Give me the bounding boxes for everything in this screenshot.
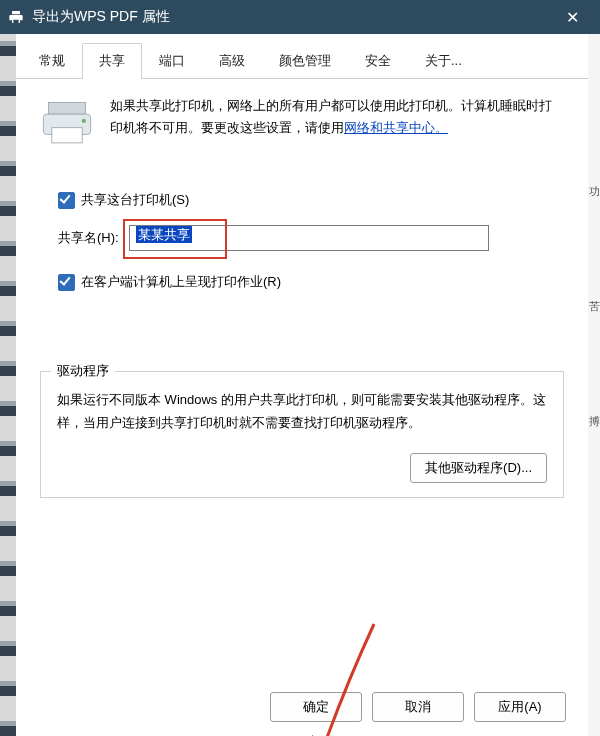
- titlebar[interactable]: 导出为WPS PDF 属性 ✕: [0, 0, 600, 34]
- render-on-client-label: 在客户端计算机上呈现打印作业(R): [81, 273, 281, 291]
- svg-point-2: [82, 119, 86, 123]
- network-center-link[interactable]: 网络和共享中心。: [344, 120, 448, 135]
- cancel-button[interactable]: 取消: [372, 692, 464, 722]
- window-title: 导出为WPS PDF 属性: [32, 8, 552, 26]
- share-name-input[interactable]: 某某共享: [129, 225, 489, 251]
- drivers-groupbox: 驱动程序 如果运行不同版本 Windows 的用户共享此打印机，则可能需要安装其…: [40, 371, 564, 498]
- properties-dialog: 导出为WPS PDF 属性 ✕ 功 苦 搏 常规 共享 端口 高级 颜色管理 安…: [0, 0, 600, 736]
- tab-strip: 常规 共享 端口 高级 颜色管理 安全 关于...: [16, 42, 588, 79]
- drivers-legend: 驱动程序: [51, 362, 115, 380]
- render-on-client-checkbox[interactable]: [58, 274, 75, 291]
- share-printer-label: 共享这台打印机(S): [81, 191, 189, 209]
- dialog-footer: 确定 取消 应用(A): [16, 678, 588, 736]
- svg-rect-3: [52, 128, 82, 143]
- intro-text: 如果共享此打印机，网络上的所有用户都可以使用此打印机。计算机睡眠时打印机将不可用…: [110, 95, 564, 145]
- bg-glyph: 功: [589, 184, 600, 199]
- bg-glyph: 苦: [589, 299, 600, 314]
- tab-about[interactable]: 关于...: [408, 43, 479, 79]
- tab-color[interactable]: 颜色管理: [262, 43, 348, 79]
- printer-large-icon: [40, 99, 94, 145]
- share-name-label: 共享名(H):: [58, 229, 119, 247]
- left-background-strip: [0, 34, 16, 736]
- printer-icon: [8, 9, 24, 25]
- bg-glyph: 搏: [589, 414, 600, 429]
- tab-ports[interactable]: 端口: [142, 43, 202, 79]
- drivers-text: 如果运行不同版本 Windows 的用户共享此打印机，则可能需要安装其他驱动程序…: [57, 388, 547, 435]
- tab-security[interactable]: 安全: [348, 43, 408, 79]
- additional-drivers-button[interactable]: 其他驱动程序(D)...: [410, 453, 547, 483]
- svg-rect-0: [48, 102, 85, 114]
- tab-general[interactable]: 常规: [22, 43, 82, 79]
- share-printer-checkbox[interactable]: [58, 192, 75, 209]
- tab-share[interactable]: 共享: [82, 43, 142, 79]
- tab-advanced[interactable]: 高级: [202, 43, 262, 79]
- right-background-strip: 功 苦 搏: [587, 34, 600, 736]
- close-icon[interactable]: ✕: [552, 8, 592, 27]
- apply-button[interactable]: 应用(A): [474, 692, 566, 722]
- ok-button[interactable]: 确定: [270, 692, 362, 722]
